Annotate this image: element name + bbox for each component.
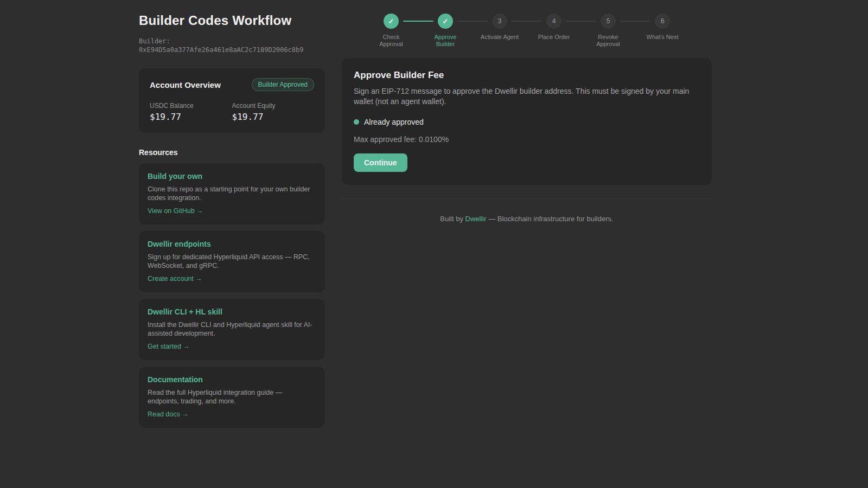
- footer: Built by Dwellir — Blockchain infrastruc…: [342, 198, 712, 223]
- resource-title: Documentation: [148, 375, 315, 384]
- step-label: Activate Agent: [480, 34, 519, 41]
- usdc-balance-value: $19.77: [150, 112, 232, 122]
- status-dot-icon: [354, 119, 359, 125]
- approve-builder-fee-panel: Approve Builder Fee Sign an EIP-712 mess…: [342, 58, 712, 185]
- footer-prefix: Built by: [440, 215, 465, 223]
- account-stats: USDC Balance $19.77 Account Equity $19.7…: [150, 102, 314, 122]
- account-equity-label: Account Equity: [232, 102, 315, 110]
- resource-title: Build your own: [148, 172, 315, 181]
- account-overview-title: Account Overview: [150, 80, 221, 89]
- builder-approved-badge: Builder Approved: [252, 78, 314, 91]
- check-icon: ✓: [388, 17, 394, 25]
- page: Builder Codes Workflow Builder: 0xE94D5a…: [139, 0, 712, 428]
- step-number: 5: [607, 17, 610, 25]
- account-overview-header: Account Overview Builder Approved: [150, 78, 314, 91]
- resource-title: Dwellir CLI + HL skill: [148, 307, 315, 316]
- page-title: Builder Codes Workflow: [139, 13, 325, 28]
- step-circle: 3: [492, 14, 507, 29]
- read-docs-link[interactable]: Read docs →: [148, 410, 189, 418]
- builder-address-block: Builder: 0xE94D5a0a377Afe26a461e8aAC2c71…: [139, 37, 325, 54]
- left-column: Builder Codes Workflow Builder: 0xE94D5a…: [139, 12, 325, 428]
- max-approved-fee: Max approved fee: 0.0100%: [354, 135, 700, 144]
- step-label: Check Approval: [372, 34, 411, 47]
- step-revoke-approval[interactable]: 5 Revoke Approval: [581, 14, 635, 47]
- resource-description: Install the Dwellir CLI and Hyperliquid …: [148, 320, 315, 338]
- step-number: 6: [661, 17, 665, 25]
- usdc-balance-label: USDC Balance: [150, 102, 232, 110]
- step-label: Place Order: [534, 34, 573, 41]
- dwellir-link[interactable]: Dwellir: [465, 215, 487, 223]
- resources-heading: Resources: [139, 148, 325, 157]
- get-started-link[interactable]: Get started →: [148, 343, 190, 350]
- resource-description: Read the full Hyperliquid integration gu…: [148, 388, 315, 406]
- view-on-github-link[interactable]: View on GitHub →: [148, 207, 203, 215]
- resource-description: Sign up for dedicated Hyperliquid API ac…: [148, 253, 315, 270]
- check-icon: ✓: [443, 17, 449, 25]
- step-activate-agent[interactable]: 3 Activate Agent: [473, 14, 527, 47]
- step-circle: ✓: [438, 14, 453, 29]
- step-circle: 4: [546, 14, 561, 29]
- resource-card-dwellir-endpoints: Dwellir endpoints Sign up for dedicated …: [139, 231, 325, 292]
- step-label: Approve Builder: [426, 34, 465, 47]
- resource-card-dwellir-cli: Dwellir CLI + HL skill Install the Dwell…: [139, 299, 325, 360]
- create-account-link[interactable]: Create account →: [148, 275, 202, 282]
- panel-description: Sign an EIP-712 message to approve the D…: [354, 86, 690, 107]
- step-whats-next[interactable]: 6 What's Next: [635, 14, 690, 47]
- account-equity-value: $19.77: [232, 112, 315, 122]
- step-label: Revoke Approval: [589, 34, 628, 47]
- step-circle: 5: [601, 14, 616, 29]
- builder-label: Builder:: [139, 37, 325, 46]
- step-check-approval[interactable]: ✓ Check Approval: [364, 14, 418, 47]
- resource-card-documentation: Documentation Read the full Hyperliquid …: [139, 367, 325, 428]
- resource-title: Dwellir endpoints: [148, 240, 315, 248]
- usdc-balance-stat: USDC Balance $19.77: [150, 102, 232, 122]
- panel-title: Approve Builder Fee: [354, 70, 700, 81]
- step-place-order[interactable]: 4 Place Order: [527, 14, 581, 47]
- resource-card-build-your-own: Build your own Clone this repo as a star…: [139, 163, 325, 224]
- continue-button[interactable]: Continue: [354, 153, 407, 172]
- builder-address: 0xE94D5a0a377Afe26a461e8aAC2c7189D2006c8…: [139, 46, 325, 54]
- step-label: What's Next: [643, 34, 682, 41]
- step-approve-builder[interactable]: ✓ Approve Builder: [418, 14, 473, 47]
- account-equity-stat: Account Equity $19.77: [232, 102, 315, 122]
- step-number: 4: [552, 17, 556, 25]
- right-column: ✓ Check Approval ✓ Approve Builder 3 Act…: [342, 12, 712, 428]
- approval-status-row: Already approved: [354, 118, 700, 126]
- step-circle: 6: [655, 14, 670, 29]
- step-circle: ✓: [384, 14, 399, 29]
- footer-suffix: — Blockchain infrastructure for builders…: [487, 215, 614, 223]
- step-number: 3: [498, 17, 502, 25]
- resource-description: Clone this repo as a starting point for …: [148, 185, 315, 202]
- workflow-stepper: ✓ Check Approval ✓ Approve Builder 3 Act…: [342, 12, 712, 47]
- approval-status-text: Already approved: [364, 118, 424, 126]
- account-overview-card: Account Overview Builder Approved USDC B…: [139, 68, 325, 133]
